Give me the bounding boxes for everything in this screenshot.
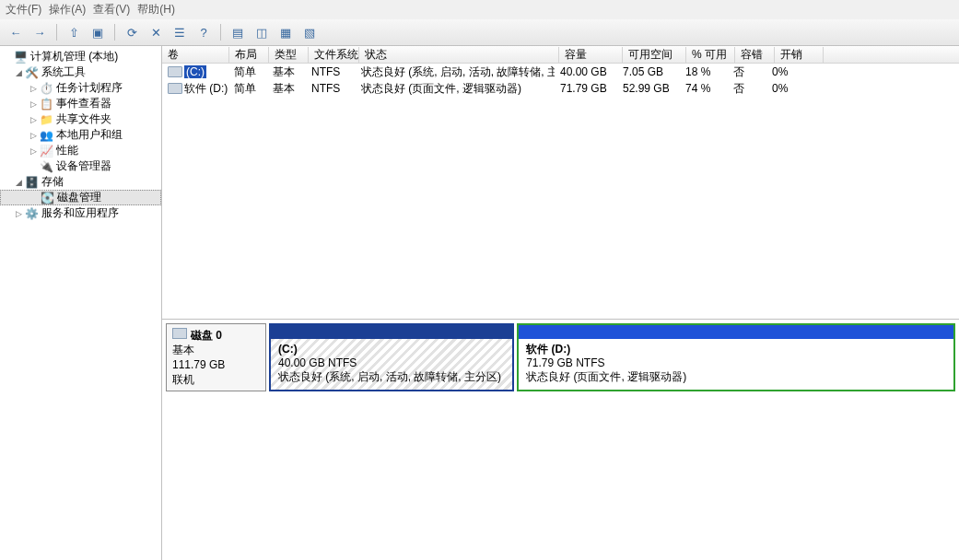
partition-title: (C:) — [278, 343, 298, 356]
partition-line2: 40.00 GB NTFS — [278, 356, 505, 370]
volume-name: (C:) — [184, 65, 206, 78]
disk-label: 磁盘 0 — [191, 329, 222, 342]
expand-icon[interactable]: ▷ — [28, 115, 39, 124]
col-type[interactable]: 类型 — [269, 47, 309, 63]
disk-info[interactable]: 磁盘 0 基本 111.79 GB 联机 — [166, 323, 266, 391]
volume-pct: 18 % — [680, 65, 728, 78]
partition-title: 软件 (D:) — [526, 343, 570, 356]
col-fault[interactable]: 容错 — [735, 47, 775, 63]
disk-icon: 💽 — [40, 191, 54, 205]
partition-line3: 状态良好 (页面文件, 逻辑驱动器) — [526, 370, 946, 384]
volume-oh: 0% — [766, 82, 814, 95]
help-button[interactable]: ? — [193, 22, 214, 42]
disk-state: 联机 — [172, 372, 260, 387]
view-settings-button[interactable]: ▦ — [275, 22, 296, 42]
users-icon: 👥 — [39, 128, 53, 143]
tree-label: 磁盘管理 — [57, 190, 101, 205]
toolbar: ← → ⇧ ▣ ⟳ ✕ ☰ ? ▤ ◫ ▦ ▧ — [0, 19, 959, 46]
col-volume[interactable]: 卷 — [162, 47, 229, 63]
volume-list-header: 卷 布局 类型 文件系统 状态 容量 可用空间 % 可用 容错 开销 — [162, 46, 959, 64]
disk-graphical-view: 磁盘 0 基本 111.79 GB 联机 (C:) 40.00 GB NTFS … — [162, 320, 959, 560]
volume-cap: 40.00 GB — [555, 65, 617, 78]
delete-button[interactable]: ✕ — [146, 22, 166, 42]
properties-button[interactable]: ☰ — [170, 22, 190, 42]
view-bottom-button[interactable]: ◫ — [251, 22, 272, 42]
volume-fs: NTFS — [306, 65, 356, 78]
menu-view[interactable]: 查看(V) — [93, 2, 130, 18]
col-capacity[interactable]: 容量 — [559, 47, 623, 63]
tree-task-scheduler[interactable]: ▷ ⏱️ 任务计划程序 — [0, 80, 161, 96]
tree-root[interactable]: 🖥️ 计算机管理 (本地) — [0, 49, 161, 64]
volume-oh: 0% — [766, 65, 814, 78]
tree-label: 共享文件夹 — [56, 111, 111, 127]
col-percent[interactable]: % 可用 — [686, 47, 735, 63]
volume-row-c[interactable]: (C:) 简单 基本 NTFS 状态良好 (系统, 启动, 活动, 故障转储, … — [162, 64, 959, 80]
collapse-icon[interactable]: ◢ — [13, 178, 24, 187]
view-extra-button[interactable]: ▧ — [299, 22, 320, 42]
tree-local-users[interactable]: ▷ 👥 本地用户和组 — [0, 127, 161, 143]
disk-type: 基本 — [172, 343, 260, 357]
disk-size: 111.79 GB — [172, 357, 260, 372]
expand-icon[interactable]: ▷ — [28, 146, 39, 156]
back-button[interactable]: ← — [6, 22, 26, 42]
col-overhead[interactable]: 开销 — [775, 47, 824, 63]
col-free[interactable]: 可用空间 — [623, 47, 686, 63]
disk-row: 磁盘 0 基本 111.79 GB 联机 (C:) 40.00 GB NTFS … — [166, 323, 955, 391]
col-status[interactable]: 状态 — [359, 47, 559, 63]
device-icon: 🔌 — [39, 159, 53, 174]
volume-pct: 74 % — [680, 82, 728, 95]
expand-icon[interactable]: ▷ — [28, 84, 39, 93]
partition-header — [271, 325, 512, 339]
tree-label: 设备管理器 — [56, 158, 111, 174]
performance-icon: 📈 — [39, 144, 53, 158]
forward-button[interactable]: → — [29, 22, 50, 42]
col-filesystem[interactable]: 文件系统 — [309, 47, 359, 63]
volume-free: 52.99 GB — [617, 82, 680, 95]
tree-performance[interactable]: ▷ 📈 性能 — [0, 143, 161, 158]
tree-event-viewer[interactable]: ▷ 📋 事件查看器 — [0, 96, 161, 111]
volume-layout: 简单 — [228, 81, 267, 97]
event-icon: 📋 — [39, 97, 53, 111]
folder-icon: 📁 — [39, 112, 53, 127]
expand-icon[interactable]: ▷ — [28, 131, 39, 140]
navigation-tree[interactable]: 🖥️ 计算机管理 (本地) ◢ 🛠️ 系统工具 ▷ ⏱️ 任务计划程序 ▷ 📋 … — [0, 46, 162, 560]
volume-list[interactable]: 卷 布局 类型 文件系统 状态 容量 可用空间 % 可用 容错 开销 (C:) … — [162, 46, 959, 320]
tree-system-tools[interactable]: ◢ 🛠️ 系统工具 — [0, 64, 161, 80]
volume-status: 状态良好 (页面文件, 逻辑驱动器) — [356, 81, 555, 97]
menu-file[interactable]: 文件(F) — [6, 2, 41, 18]
view-top-button[interactable]: ▤ — [228, 22, 248, 42]
col-layout[interactable]: 布局 — [229, 47, 269, 63]
tree-shared-folders[interactable]: ▷ 📁 共享文件夹 — [0, 111, 161, 127]
partition-c[interactable]: (C:) 40.00 GB NTFS 状态良好 (系统, 启动, 活动, 故障转… — [269, 323, 514, 391]
refresh-button[interactable]: ⟳ — [122, 22, 142, 42]
toolbar-separator — [220, 24, 221, 41]
partition-d[interactable]: 软件 (D:) 71.79 GB NTFS 状态良好 (页面文件, 逻辑驱动器) — [517, 323, 955, 391]
up-button[interactable]: ⇧ — [64, 22, 84, 42]
collapse-icon[interactable]: ◢ — [13, 68, 24, 77]
tree-disk-management[interactable]: 💽 磁盘管理 — [0, 190, 161, 205]
tools-icon: 🛠️ — [24, 65, 39, 80]
show-hide-tree-button[interactable]: ▣ — [88, 22, 108, 42]
menu-help[interactable]: 帮助(H) — [137, 2, 175, 18]
tree-device-manager[interactable]: 🔌 设备管理器 — [0, 158, 161, 174]
volume-name: 软件 (D:) — [184, 81, 228, 97]
volume-fault: 否 — [728, 81, 766, 97]
drive-icon — [168, 66, 182, 77]
menu-action[interactable]: 操作(A) — [49, 2, 86, 18]
volume-row-d[interactable]: 软件 (D:) 简单 基本 NTFS 状态良好 (页面文件, 逻辑驱动器) 71… — [162, 80, 959, 97]
tree-label: 本地用户和组 — [56, 127, 123, 143]
volume-type: 基本 — [267, 81, 306, 97]
tree-storage[interactable]: ◢ 🗄️ 存储 — [0, 174, 161, 190]
tree-label: 计算机管理 (本地) — [30, 49, 118, 64]
volume-type: 基本 — [267, 64, 306, 80]
partition-line3: 状态良好 (系统, 启动, 活动, 故障转储, 主分区) — [278, 370, 505, 384]
tree-label: 服务和应用程序 — [41, 205, 119, 221]
expand-icon[interactable]: ▷ — [28, 99, 39, 109]
disk-icon — [172, 328, 187, 339]
partition-header — [519, 325, 953, 339]
partition-layout: (C:) 40.00 GB NTFS 状态良好 (系统, 启动, 活动, 故障转… — [266, 323, 955, 391]
volume-free: 7.05 GB — [617, 65, 680, 78]
tree-services-apps[interactable]: ▷ ⚙️ 服务和应用程序 — [0, 205, 161, 221]
services-icon: ⚙️ — [24, 206, 39, 221]
expand-icon[interactable]: ▷ — [13, 209, 24, 218]
